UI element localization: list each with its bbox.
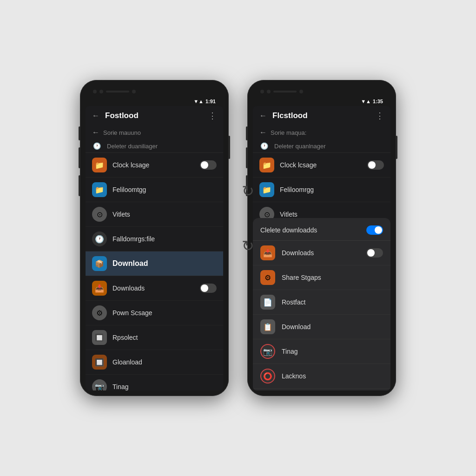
item-icon-fall-left: 🕐 [92,231,107,246]
sub-header-text-left: Sorie mauuno [103,129,141,136]
sub-back-right[interactable]: ← [259,128,267,137]
sheet-label-downloads: Downloads [282,249,366,257]
sheet-item-lack[interactable]: ⭕ Lacknos [253,364,390,389]
list-item-tinag-left[interactable]: 📷 Tinag [86,375,223,390]
app-header-left: ← Fostlood ⋮ [86,106,223,126]
list-item-gloan-left[interactable]: 🔲 Gloanload [86,350,223,375]
item-label-clock-right: Clock lcsage [280,161,367,169]
app-title-right: Flcstlood [272,111,376,120]
section-text-left: Deleter duaniliager [107,143,158,150]
bottom-sheet: Clelete downloadds 📥 Downloads ⚙ Share S… [253,218,390,390]
item-icon-download-left: 📦 [92,256,107,271]
item-label-fall-left: Falldomrgs:file [112,235,217,243]
item-icon-clock-left: 📁 [92,158,107,172]
item-icon-fel-left: 📁 [92,182,107,197]
camera-dot-r1 [260,90,264,93]
back-button-left[interactable]: ← [92,112,99,120]
sub-header-right: ← Sorie maqua: [253,126,390,139]
toggle-clock-right[interactable] [367,160,384,170]
item-label-pown-left: Pown Scsage [112,309,217,317]
more-menu-left[interactable]: ⋮ [208,111,217,121]
item-label-clock-left: Clock lcsage [112,161,200,169]
item-icon-rps-left: 🔲 [92,330,107,345]
sheet-icon-downloads: 📥 [260,245,275,260]
sheet-icon-tinag: 📷 [260,344,275,359]
item-icon-tinag-left: 📷 [92,379,107,390]
sheet-item-tinag[interactable]: 📷 Tinag [253,339,390,364]
status-wifi-left: ▼▲ [193,99,204,104]
item-label-vit-left: Vitlets [112,211,217,218]
item-label-gloan-left: Gloanload [112,358,217,366]
sub-header-text-right: Sorie maqua: [271,129,306,136]
main-container: ▼▲ 1:91 ← Fostlood ⋮ ← Sorie mauuno 🕐 De… [80,80,396,396]
left-screen: ← Fostlood ⋮ ← Sorie mauuno 🕐 Deleter du… [86,106,223,390]
item-label-fel-right: Feliloomrgg [280,186,384,193]
more-menu-right[interactable]: ⋮ [376,111,384,121]
sheet-icon-dl: 📋 [260,319,275,334]
clock-icon-left: 🕐 [92,142,101,150]
arrow-bottom: ↻ [242,237,254,255]
item-icon-pown-left: ⚙ [92,305,107,320]
status-bar-right: ▼▲ 1:35 [253,99,390,106]
right-phone: ▼▲ 1:35 ← Flcstlood ⋮ ← Sorie maqua: 🕐 D… [247,80,396,396]
list-item-clock-left[interactable]: 📁 Clock lcsage [86,153,223,178]
sheet-item-share[interactable]: ⚙ Share Stgaps [253,265,390,290]
list-item-downloads-left[interactable]: 📥 Downloads [86,276,223,301]
camera-dot3 [132,90,136,93]
speaker-right [273,91,297,93]
toggle-clock-left[interactable] [200,160,217,170]
list-item-pown-left[interactable]: ⚙ Pown Scsage [86,301,223,325]
camera-dot2 [99,90,103,93]
sheet-icon-share: ⚙ [260,270,275,285]
toggle-sheet-downloads[interactable] [366,248,383,258]
list-item-vit-left[interactable]: ⊙ Vitlets [86,202,223,227]
camera-left [93,90,136,93]
left-phone: ▼▲ 1:91 ← Fostlood ⋮ ← Sorie mauuno 🕐 De… [80,80,229,396]
section-divider-left: 🕐 Deleter duaniliager [86,139,223,153]
list-item-fall-left[interactable]: 🕐 Falldomrgs:file [86,227,223,251]
item-label-vit-right: Vitlets [280,211,384,218]
camera-right [260,90,303,93]
list-item-download-left[interactable]: 📦 Download [86,251,223,276]
list-item-rps-left[interactable]: 🔲 Rpsolect [86,325,223,350]
sheet-label-share: Share Stgaps [282,274,383,281]
right-screen: ← Flcstlood ⋮ ← Sorie maqua: 🕐 Deleter q… [253,106,390,390]
status-time-right: 1:35 [373,99,383,104]
app-header-right: ← Flcstlood ⋮ [253,106,390,126]
back-button-right[interactable]: ← [259,112,267,120]
sheet-label-tinag: Tinag [282,348,383,355]
sheet-item-dl[interactable]: 📋 Download [253,315,390,339]
item-icon-gloan-left: 🔲 [92,355,107,370]
sheet-header: Clelete downloadds [253,220,390,241]
item-label-rps-left: Rpsolect [112,334,217,341]
sheet-label-lack: Lacknos [282,372,383,380]
sheet-icon-rost: 📄 [260,295,275,310]
arrow-top: ↺ [242,182,254,200]
section-divider-right: 🕐 Deleter quanlnager [253,139,390,153]
notch-right [253,86,390,99]
sheet-item-rost[interactable]: 📄 Rostfact [253,290,390,315]
sub-header-left: ← Sorie mauuno [86,126,223,139]
camera-dot-r3 [299,90,303,93]
item-icon-downloads-left: 📥 [92,281,107,296]
toggle-downloads-left[interactable] [200,284,217,293]
sheet-item-downloads[interactable]: 📥 Downloads [253,241,390,265]
clock-icon-right: 🕐 [259,142,269,150]
toggle-sheet-header[interactable] [366,225,383,235]
status-bar-left: ▼▲ 1:91 [86,99,223,106]
app-title-left: Fostlood [105,111,208,120]
list-item-clock-right[interactable]: 📁 Clock lcsage [253,153,390,178]
list-item-fel-right[interactable]: 📁 Feliloomrgg [253,178,390,202]
list-item-fel-left[interactable]: 📁 Feliloomtgg [86,178,223,202]
item-label-downloads-left: Downloads [112,284,200,292]
item-icon-clock-right: 📁 [259,158,274,172]
sheet-title: Clelete downloadds [260,226,366,234]
notch-left [86,86,223,99]
speaker [106,91,129,93]
item-label-tinag-left: Tinag [112,383,217,390]
sub-back-left[interactable]: ← [92,128,99,137]
status-time-left: 1:91 [205,99,216,104]
item-icon-vit-left: ⊙ [92,207,107,222]
camera-dot [93,90,97,93]
section-text-right: Deleter quanlnager [274,143,326,150]
